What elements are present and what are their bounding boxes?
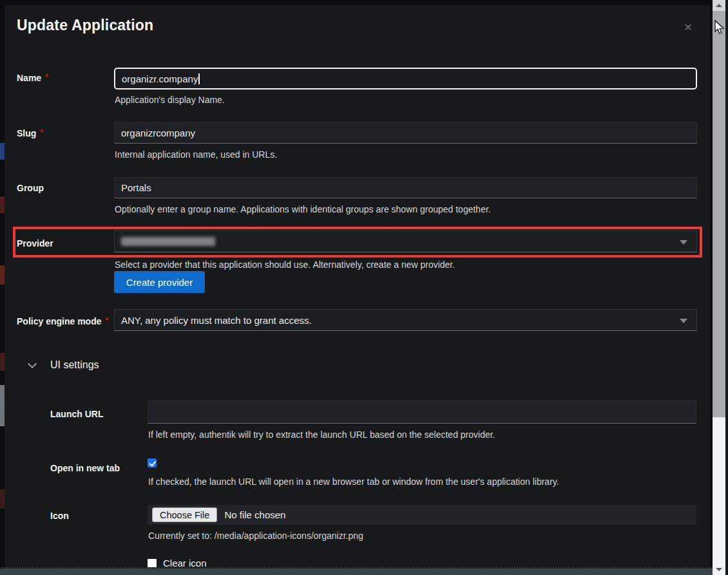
text-caret xyxy=(198,73,200,84)
vertical-scrollbar[interactable] xyxy=(713,0,725,575)
required-asterisk: * xyxy=(40,128,43,137)
group-label: Group xyxy=(17,183,44,193)
ui-settings-section-label: UI settings xyxy=(50,359,99,371)
provider-label: Provider xyxy=(17,238,53,249)
name-help-text: Application's display Name. xyxy=(115,95,225,105)
backdrop-fragment xyxy=(0,196,5,213)
open-in-new-tab-label: Open in new tab xyxy=(50,463,120,473)
page-behind-modal-strip xyxy=(0,567,713,575)
create-provider-button[interactable]: Create provider xyxy=(114,271,205,293)
close-icon[interactable]: ✕ xyxy=(681,21,695,35)
update-application-modal: Update Application ✕ Name* organizr.comp… xyxy=(5,5,710,567)
group-help-text: Optionally enter a group name. Applicati… xyxy=(115,204,491,214)
scrollbar-up-arrow[interactable] xyxy=(713,0,725,11)
scrollbar-thumb[interactable] xyxy=(713,11,725,417)
modal-title: Update Application xyxy=(17,17,153,34)
open-in-new-tab-checkbox[interactable] xyxy=(148,458,157,467)
backdrop-fragment xyxy=(0,489,5,509)
name-label: Name* xyxy=(17,73,48,83)
backdrop-fragment xyxy=(0,353,5,371)
provider-help-text: Select a provider that this application … xyxy=(115,259,455,270)
policy-engine-mode-label: Policy engine mode* xyxy=(17,316,108,326)
slug-input[interactable] xyxy=(114,122,697,144)
name-input-value: organizr.company xyxy=(122,73,198,84)
name-input[interactable]: organizr.company xyxy=(114,68,697,90)
window-edge xyxy=(725,0,728,575)
provider-select[interactable] xyxy=(114,231,697,252)
policy-engine-mode-value: ANY, any policy must match to grant acce… xyxy=(121,315,312,326)
policy-engine-mode-select[interactable]: ANY, any policy must match to grant acce… xyxy=(114,309,697,331)
backdrop-fragment xyxy=(0,265,5,285)
choose-file-button[interactable]: Choose File xyxy=(152,507,217,522)
icon-label: Icon xyxy=(50,511,69,521)
group-input[interactable] xyxy=(114,177,697,198)
required-asterisk: * xyxy=(105,316,108,325)
scrollbar-down-arrow[interactable] xyxy=(713,563,725,575)
chevron-down-icon xyxy=(28,359,37,368)
slug-label: Slug* xyxy=(17,128,43,138)
clear-icon-checkbox[interactable] xyxy=(148,559,157,567)
slug-help-text: Internal application name, used in URLs. xyxy=(115,149,277,160)
backdrop-fragment xyxy=(0,143,5,160)
chevron-down-icon xyxy=(680,319,687,323)
launch-url-input[interactable] xyxy=(148,401,696,424)
backdrop-fragment xyxy=(0,385,5,426)
launch-url-label: Launch URL xyxy=(50,409,103,419)
icon-file-input[interactable]: Choose File No file chosen xyxy=(148,505,696,525)
redacted-provider-value xyxy=(121,237,215,246)
required-asterisk: * xyxy=(45,73,48,82)
clear-icon-label: Clear icon xyxy=(163,558,207,567)
chevron-down-icon xyxy=(680,240,687,245)
open-in-new-tab-help-text: If checked, the launch URL will open in … xyxy=(148,476,559,487)
icon-help-text: Currently set to: /media/application-ico… xyxy=(148,531,363,541)
file-status-text: No file chosen xyxy=(224,509,285,520)
launch-url-help-text: If left empty, authentik will try to ext… xyxy=(148,429,495,440)
